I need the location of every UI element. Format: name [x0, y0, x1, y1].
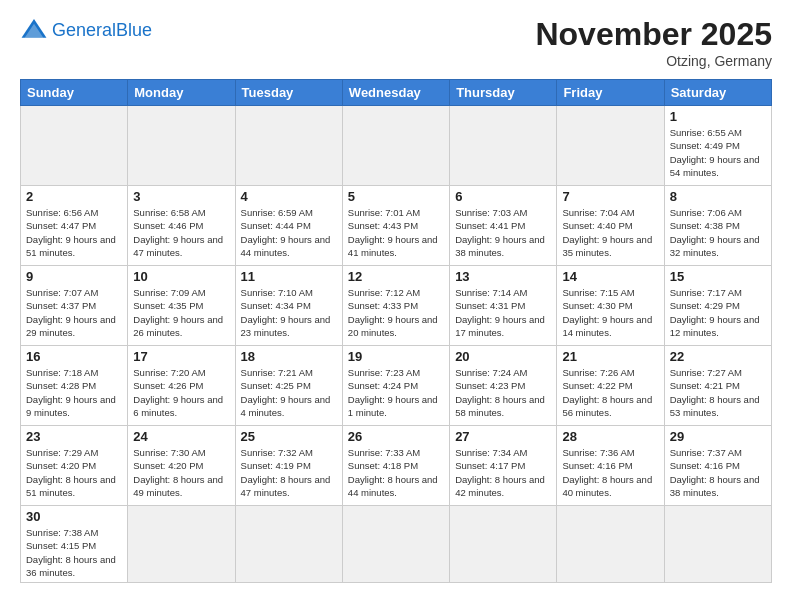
calendar-cell: 2Sunrise: 6:56 AM Sunset: 4:47 PM Daylig… [21, 186, 128, 266]
calendar-cell: 10Sunrise: 7:09 AM Sunset: 4:35 PM Dayli… [128, 266, 235, 346]
calendar-cell: 13Sunrise: 7:14 AM Sunset: 4:31 PM Dayli… [450, 266, 557, 346]
calendar-cell: 17Sunrise: 7:20 AM Sunset: 4:26 PM Dayli… [128, 346, 235, 426]
calendar-cell: 29Sunrise: 7:37 AM Sunset: 4:16 PM Dayli… [664, 426, 771, 506]
day-info: Sunrise: 7:21 AM Sunset: 4:25 PM Dayligh… [241, 366, 337, 419]
day-number: 14 [562, 269, 658, 284]
logo-icon [20, 16, 48, 44]
weekday-header-thursday: Thursday [450, 80, 557, 106]
calendar-week-row: 9Sunrise: 7:07 AM Sunset: 4:37 PM Daylig… [21, 266, 772, 346]
day-info: Sunrise: 7:07 AM Sunset: 4:37 PM Dayligh… [26, 286, 122, 339]
calendar-cell: 14Sunrise: 7:15 AM Sunset: 4:30 PM Dayli… [557, 266, 664, 346]
day-number: 3 [133, 189, 229, 204]
calendar-cell: 11Sunrise: 7:10 AM Sunset: 4:34 PM Dayli… [235, 266, 342, 346]
calendar-cell: 4Sunrise: 6:59 AM Sunset: 4:44 PM Daylig… [235, 186, 342, 266]
calendar-cell: 21Sunrise: 7:26 AM Sunset: 4:22 PM Dayli… [557, 346, 664, 426]
calendar-cell [342, 106, 449, 186]
calendar-cell: 1Sunrise: 6:55 AM Sunset: 4:49 PM Daylig… [664, 106, 771, 186]
day-number: 19 [348, 349, 444, 364]
header: GeneralBlue November 2025 Otzing, German… [20, 16, 772, 69]
calendar-cell: 27Sunrise: 7:34 AM Sunset: 4:17 PM Dayli… [450, 426, 557, 506]
day-number: 6 [455, 189, 551, 204]
weekday-header-saturday: Saturday [664, 80, 771, 106]
calendar-cell [235, 106, 342, 186]
day-number: 28 [562, 429, 658, 444]
calendar-cell: 18Sunrise: 7:21 AM Sunset: 4:25 PM Dayli… [235, 346, 342, 426]
calendar-cell [557, 106, 664, 186]
day-number: 20 [455, 349, 551, 364]
calendar: SundayMondayTuesdayWednesdayThursdayFrid… [20, 79, 772, 583]
day-info: Sunrise: 7:30 AM Sunset: 4:20 PM Dayligh… [133, 446, 229, 499]
calendar-cell: 19Sunrise: 7:23 AM Sunset: 4:24 PM Dayli… [342, 346, 449, 426]
day-info: Sunrise: 7:06 AM Sunset: 4:38 PM Dayligh… [670, 206, 766, 259]
calendar-week-row: 2Sunrise: 6:56 AM Sunset: 4:47 PM Daylig… [21, 186, 772, 266]
day-number: 26 [348, 429, 444, 444]
calendar-cell: 28Sunrise: 7:36 AM Sunset: 4:16 PM Dayli… [557, 426, 664, 506]
calendar-cell [557, 506, 664, 583]
calendar-cell: 24Sunrise: 7:30 AM Sunset: 4:20 PM Dayli… [128, 426, 235, 506]
day-info: Sunrise: 7:36 AM Sunset: 4:16 PM Dayligh… [562, 446, 658, 499]
day-info: Sunrise: 6:56 AM Sunset: 4:47 PM Dayligh… [26, 206, 122, 259]
day-number: 5 [348, 189, 444, 204]
calendar-cell [21, 106, 128, 186]
day-number: 12 [348, 269, 444, 284]
day-info: Sunrise: 7:33 AM Sunset: 4:18 PM Dayligh… [348, 446, 444, 499]
calendar-cell: 26Sunrise: 7:33 AM Sunset: 4:18 PM Dayli… [342, 426, 449, 506]
day-number: 25 [241, 429, 337, 444]
weekday-header-sunday: Sunday [21, 80, 128, 106]
calendar-cell: 20Sunrise: 7:24 AM Sunset: 4:23 PM Dayli… [450, 346, 557, 426]
day-number: 13 [455, 269, 551, 284]
day-info: Sunrise: 7:17 AM Sunset: 4:29 PM Dayligh… [670, 286, 766, 339]
day-number: 22 [670, 349, 766, 364]
calendar-cell: 9Sunrise: 7:07 AM Sunset: 4:37 PM Daylig… [21, 266, 128, 346]
day-info: Sunrise: 7:23 AM Sunset: 4:24 PM Dayligh… [348, 366, 444, 419]
day-info: Sunrise: 7:24 AM Sunset: 4:23 PM Dayligh… [455, 366, 551, 419]
page: GeneralBlue November 2025 Otzing, German… [0, 0, 792, 612]
calendar-cell: 3Sunrise: 6:58 AM Sunset: 4:46 PM Daylig… [128, 186, 235, 266]
day-info: Sunrise: 7:34 AM Sunset: 4:17 PM Dayligh… [455, 446, 551, 499]
day-info: Sunrise: 7:04 AM Sunset: 4:40 PM Dayligh… [562, 206, 658, 259]
weekday-header-friday: Friday [557, 80, 664, 106]
weekday-header-monday: Monday [128, 80, 235, 106]
day-info: Sunrise: 6:55 AM Sunset: 4:49 PM Dayligh… [670, 126, 766, 179]
day-number: 11 [241, 269, 337, 284]
day-info: Sunrise: 7:32 AM Sunset: 4:19 PM Dayligh… [241, 446, 337, 499]
calendar-cell [235, 506, 342, 583]
day-info: Sunrise: 7:26 AM Sunset: 4:22 PM Dayligh… [562, 366, 658, 419]
day-number: 9 [26, 269, 122, 284]
day-number: 10 [133, 269, 229, 284]
day-info: Sunrise: 7:01 AM Sunset: 4:43 PM Dayligh… [348, 206, 444, 259]
day-number: 27 [455, 429, 551, 444]
day-number: 18 [241, 349, 337, 364]
day-number: 16 [26, 349, 122, 364]
calendar-cell: 23Sunrise: 7:29 AM Sunset: 4:20 PM Dayli… [21, 426, 128, 506]
day-info: Sunrise: 6:58 AM Sunset: 4:46 PM Dayligh… [133, 206, 229, 259]
calendar-cell: 30Sunrise: 7:38 AM Sunset: 4:15 PM Dayli… [21, 506, 128, 583]
calendar-cell: 8Sunrise: 7:06 AM Sunset: 4:38 PM Daylig… [664, 186, 771, 266]
day-info: Sunrise: 7:12 AM Sunset: 4:33 PM Dayligh… [348, 286, 444, 339]
logo-text: GeneralBlue [52, 21, 152, 39]
calendar-cell: 25Sunrise: 7:32 AM Sunset: 4:19 PM Dayli… [235, 426, 342, 506]
day-info: Sunrise: 7:09 AM Sunset: 4:35 PM Dayligh… [133, 286, 229, 339]
calendar-cell [664, 506, 771, 583]
calendar-cell: 6Sunrise: 7:03 AM Sunset: 4:41 PM Daylig… [450, 186, 557, 266]
calendar-week-row: 16Sunrise: 7:18 AM Sunset: 4:28 PM Dayli… [21, 346, 772, 426]
title-block: November 2025 Otzing, Germany [535, 16, 772, 69]
day-info: Sunrise: 7:10 AM Sunset: 4:34 PM Dayligh… [241, 286, 337, 339]
calendar-week-row: 1Sunrise: 6:55 AM Sunset: 4:49 PM Daylig… [21, 106, 772, 186]
day-number: 7 [562, 189, 658, 204]
day-number: 30 [26, 509, 122, 524]
logo: GeneralBlue [20, 16, 152, 44]
calendar-cell: 16Sunrise: 7:18 AM Sunset: 4:28 PM Dayli… [21, 346, 128, 426]
day-info: Sunrise: 7:27 AM Sunset: 4:21 PM Dayligh… [670, 366, 766, 419]
day-number: 23 [26, 429, 122, 444]
calendar-cell: 7Sunrise: 7:04 AM Sunset: 4:40 PM Daylig… [557, 186, 664, 266]
calendar-cell [128, 506, 235, 583]
day-info: Sunrise: 7:03 AM Sunset: 4:41 PM Dayligh… [455, 206, 551, 259]
weekday-header-row: SundayMondayTuesdayWednesdayThursdayFrid… [21, 80, 772, 106]
day-number: 8 [670, 189, 766, 204]
weekday-header-tuesday: Tuesday [235, 80, 342, 106]
weekday-header-wednesday: Wednesday [342, 80, 449, 106]
day-number: 4 [241, 189, 337, 204]
day-number: 17 [133, 349, 229, 364]
calendar-cell: 15Sunrise: 7:17 AM Sunset: 4:29 PM Dayli… [664, 266, 771, 346]
